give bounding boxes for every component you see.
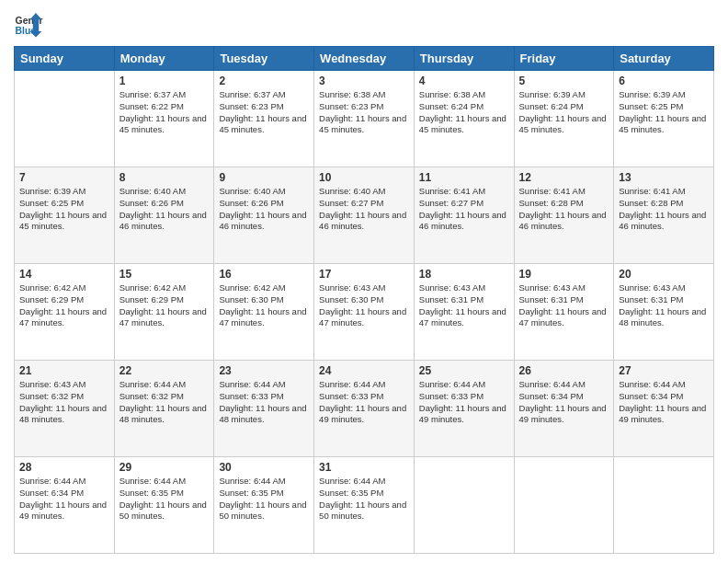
day-info: Sunrise: 6:37 AM Sunset: 6:23 PM Dayligh… [219, 89, 309, 136]
sunset-text: Sunset: 6:35 PM [319, 488, 383, 498]
sunrise-text: Sunrise: 6:43 AM [519, 282, 586, 293]
sunrise-text: Sunrise: 6:39 AM [519, 89, 586, 99]
daylight-text: Daylight: 11 hours and 48 minutes. [119, 403, 207, 425]
sunset-text: Sunset: 6:27 PM [319, 198, 383, 208]
sunrise-text: Sunrise: 6:44 AM [619, 379, 685, 389]
day-info: Sunrise: 6:41 AM Sunset: 6:28 PM Dayligh… [619, 186, 709, 233]
sunset-text: Sunset: 6:31 PM [419, 294, 483, 304]
sunrise-text: Sunrise: 6:44 AM [219, 476, 285, 486]
daylight-text: Daylight: 11 hours and 50 minutes. [119, 500, 207, 522]
sunset-text: Sunset: 6:35 PM [219, 488, 283, 498]
day-number: 10 [319, 171, 409, 184]
day-number: 3 [319, 75, 409, 87]
day-number: 16 [219, 268, 309, 281]
day-number: 18 [419, 268, 509, 281]
sunrise-text: Sunrise: 6:41 AM [619, 186, 685, 196]
calendar-day-cell: 5 Sunrise: 6:39 AM Sunset: 6:24 PM Dayli… [514, 71, 614, 167]
daylight-text: Daylight: 11 hours and 46 minutes. [119, 210, 207, 232]
sunrise-text: Sunrise: 6:40 AM [319, 186, 385, 196]
day-number: 27 [619, 364, 709, 377]
calendar-day-cell: 30 Sunrise: 6:44 AM Sunset: 6:35 PM Dayl… [214, 457, 314, 554]
day-info: Sunrise: 6:37 AM Sunset: 6:22 PM Dayligh… [119, 89, 210, 136]
daylight-text: Daylight: 11 hours and 45 minutes. [19, 210, 107, 232]
day-number: 5 [519, 75, 609, 87]
daylight-text: Daylight: 11 hours and 45 minutes. [319, 113, 406, 135]
calendar-day-header: Thursday [414, 47, 514, 71]
day-info: Sunrise: 6:42 AM Sunset: 6:29 PM Dayligh… [19, 282, 109, 329]
sunrise-text: Sunrise: 6:44 AM [519, 379, 586, 389]
sunrise-text: Sunrise: 6:43 AM [19, 379, 85, 389]
day-number: 29 [119, 461, 210, 474]
sunset-text: Sunset: 6:28 PM [519, 198, 584, 208]
sunrise-text: Sunrise: 6:44 AM [419, 379, 485, 389]
sunset-text: Sunset: 6:22 PM [119, 101, 184, 111]
daylight-text: Daylight: 11 hours and 45 minutes. [619, 113, 706, 135]
sunrise-text: Sunrise: 6:44 AM [319, 379, 385, 389]
daylight-text: Daylight: 11 hours and 49 minutes. [19, 500, 107, 522]
daylight-text: Daylight: 11 hours and 46 minutes. [619, 210, 706, 232]
sunrise-text: Sunrise: 6:38 AM [319, 89, 385, 99]
calendar-day-header: Wednesday [314, 47, 415, 71]
day-number: 31 [319, 461, 409, 474]
calendar-day-cell: 12 Sunrise: 6:41 AM Sunset: 6:28 PM Dayl… [514, 167, 614, 264]
sunrise-text: Sunrise: 6:44 AM [19, 476, 85, 486]
daylight-text: Daylight: 11 hours and 46 minutes. [219, 210, 306, 232]
daylight-text: Daylight: 11 hours and 48 minutes. [19, 403, 107, 425]
daylight-text: Daylight: 11 hours and 47 minutes. [519, 306, 607, 328]
sunrise-text: Sunrise: 6:43 AM [619, 282, 685, 293]
day-number: 12 [519, 171, 609, 184]
sunrise-text: Sunrise: 6:41 AM [419, 186, 485, 196]
calendar-week-row: 1 Sunrise: 6:37 AM Sunset: 6:22 PM Dayli… [15, 71, 714, 167]
calendar-day-header: Monday [114, 47, 214, 71]
day-number: 28 [19, 461, 109, 474]
calendar-day-cell: 8 Sunrise: 6:40 AM Sunset: 6:26 PM Dayli… [114, 167, 214, 264]
daylight-text: Daylight: 11 hours and 47 minutes. [219, 306, 306, 328]
day-number: 21 [19, 364, 109, 377]
sunset-text: Sunset: 6:25 PM [19, 198, 84, 208]
calendar-day-cell [514, 457, 614, 554]
sunrise-text: Sunrise: 6:44 AM [319, 476, 385, 486]
day-info: Sunrise: 6:41 AM Sunset: 6:27 PM Dayligh… [419, 186, 509, 233]
day-number: 8 [119, 171, 210, 184]
sunset-text: Sunset: 6:26 PM [119, 198, 184, 208]
sunrise-text: Sunrise: 6:44 AM [219, 379, 285, 389]
sunrise-text: Sunrise: 6:42 AM [19, 282, 85, 293]
logo-icon: General Blue [14, 9, 43, 39]
calendar-day-cell: 11 Sunrise: 6:41 AM Sunset: 6:27 PM Dayl… [414, 167, 514, 264]
sunrise-text: Sunrise: 6:42 AM [219, 282, 285, 293]
sunset-text: Sunset: 6:26 PM [219, 198, 283, 208]
day-info: Sunrise: 6:40 AM Sunset: 6:26 PM Dayligh… [219, 186, 309, 233]
calendar-day-cell: 27 Sunrise: 6:44 AM Sunset: 6:34 PM Dayl… [614, 361, 714, 457]
calendar-day-cell: 22 Sunrise: 6:44 AM Sunset: 6:32 PM Dayl… [114, 361, 214, 457]
day-info: Sunrise: 6:39 AM Sunset: 6:24 PM Dayligh… [519, 89, 609, 136]
sunset-text: Sunset: 6:31 PM [619, 294, 683, 304]
calendar-day-header: Sunday [15, 47, 115, 71]
day-number: 24 [319, 364, 409, 377]
daylight-text: Daylight: 11 hours and 45 minutes. [419, 113, 506, 135]
day-number: 4 [419, 75, 509, 87]
sunset-text: Sunset: 6:31 PM [519, 294, 584, 304]
calendar-day-cell: 4 Sunrise: 6:38 AM Sunset: 6:24 PM Dayli… [414, 71, 514, 167]
logo: General Blue [14, 9, 43, 39]
daylight-text: Daylight: 11 hours and 47 minutes. [319, 306, 406, 328]
header: General Blue [14, 9, 714, 39]
day-number: 9 [219, 171, 309, 184]
day-info: Sunrise: 6:40 AM Sunset: 6:27 PM Dayligh… [319, 186, 409, 233]
day-info: Sunrise: 6:44 AM Sunset: 6:33 PM Dayligh… [219, 379, 309, 426]
sunset-text: Sunset: 6:35 PM [119, 488, 184, 498]
day-info: Sunrise: 6:44 AM Sunset: 6:35 PM Dayligh… [219, 476, 309, 523]
sunset-text: Sunset: 6:34 PM [519, 391, 584, 401]
day-info: Sunrise: 6:43 AM Sunset: 6:31 PM Dayligh… [519, 282, 609, 329]
day-info: Sunrise: 6:42 AM Sunset: 6:30 PM Dayligh… [219, 282, 309, 329]
day-number: 2 [219, 75, 309, 87]
sunset-text: Sunset: 6:28 PM [619, 198, 683, 208]
sunset-text: Sunset: 6:33 PM [419, 391, 483, 401]
calendar-day-cell: 24 Sunrise: 6:44 AM Sunset: 6:33 PM Dayl… [314, 361, 415, 457]
calendar-day-header: Friday [514, 47, 614, 71]
sunset-text: Sunset: 6:32 PM [19, 391, 84, 401]
sunrise-text: Sunrise: 6:39 AM [619, 89, 685, 99]
calendar-day-cell: 3 Sunrise: 6:38 AM Sunset: 6:23 PM Dayli… [314, 71, 415, 167]
sunrise-text: Sunrise: 6:42 AM [119, 282, 186, 293]
sunset-text: Sunset: 6:32 PM [119, 391, 184, 401]
day-info: Sunrise: 6:43 AM Sunset: 6:31 PM Dayligh… [619, 282, 709, 329]
